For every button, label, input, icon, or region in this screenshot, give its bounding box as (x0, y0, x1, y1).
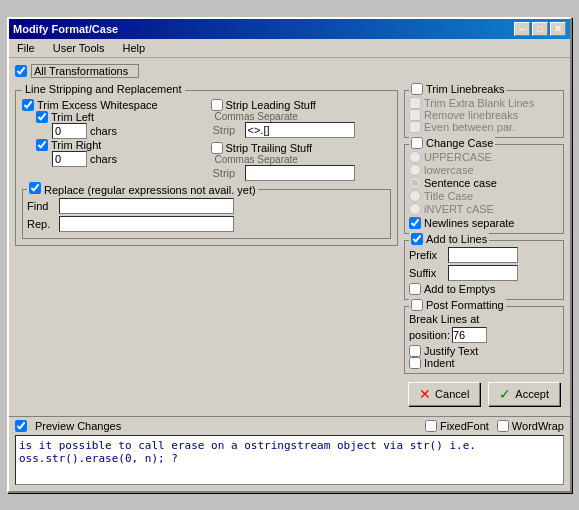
post-fmt-content: Break Lines at position: Justify Text (409, 313, 559, 369)
break-row: Break Lines at (409, 313, 559, 325)
indent-checkbox[interactable] (409, 357, 421, 369)
trim-left-checkbox[interactable] (36, 111, 48, 123)
title-bar-buttons: ─ □ ✕ (514, 22, 566, 36)
radio-sentence-input[interactable] (409, 177, 421, 189)
trim-left-row: Trim Left (36, 111, 203, 123)
newlines-sep-label: Newlines separate (424, 217, 515, 229)
radio-uppercase-input[interactable] (409, 151, 421, 163)
radio-lowercase-input[interactable] (409, 164, 421, 176)
menu-user-tools[interactable]: User Tools (49, 41, 109, 55)
fixed-font-section: FixedFont (425, 420, 489, 432)
close-button[interactable]: ✕ (550, 22, 566, 36)
fixed-font-label: FixedFont (440, 420, 489, 432)
newlines-sep-checkbox[interactable] (409, 217, 421, 229)
accept-button[interactable]: ✓ Accept (488, 382, 560, 406)
post-formatting-panel: Post Formatting Break Lines at position: (404, 306, 564, 374)
suffix-input[interactable] (448, 265, 518, 281)
trim-excess-checkbox[interactable] (22, 99, 34, 111)
rep-label: Rep. (27, 218, 55, 230)
remove-lb-row: Remove linebreaks (409, 109, 559, 121)
post-fmt-checkbox[interactable] (411, 299, 423, 311)
rep-input[interactable] (59, 216, 234, 232)
trim-left-label: Trim Left (51, 111, 94, 123)
trim-right-checkbox[interactable] (36, 139, 48, 151)
all-transformations-checkbox[interactable] (15, 65, 27, 77)
justify-label: Justify Text (424, 345, 478, 357)
trim-left-input[interactable] (52, 123, 87, 139)
indent-row: Indent (409, 357, 559, 369)
trim-excess-label: Trim Excess Whitespace (37, 99, 158, 111)
bottom-buttons: ✕ Cancel ✓ Accept (15, 382, 564, 406)
replace-label: Replace (regular expressions not avail. … (44, 184, 256, 196)
trim-lb-options: Trim Extra Blank Lines Remove linebreaks… (409, 97, 559, 133)
radio-sentence-label: Sentence case (424, 177, 497, 189)
extra-blank-label: Trim Extra Blank Lines (424, 97, 534, 109)
preview-text-area: is it possible to call erase on a ostrin… (15, 435, 564, 485)
replace-checkbox[interactable] (29, 182, 41, 194)
preview-checkbox[interactable] (15, 420, 27, 432)
prefix-row: Prefix (409, 247, 559, 263)
minimize-button[interactable]: ─ (514, 22, 530, 36)
add-lines-label: Add to Lines (426, 233, 487, 245)
trim-right-row: Trim Right (36, 139, 203, 151)
all-transformations-row: All Transformations (15, 64, 564, 78)
position-input[interactable] (452, 327, 487, 343)
suffix-label: Suffix (409, 267, 444, 279)
strip-trailing-checkbox[interactable] (211, 142, 223, 154)
strip-row1: Strip (213, 122, 392, 138)
even-between-checkbox[interactable] (409, 121, 421, 133)
maximize-button[interactable]: □ (532, 22, 548, 36)
main-window: Modify Format/Case ─ □ ✕ File User Tools… (7, 17, 572, 493)
change-case-options: UPPERCASE lowercase Sentence case T (409, 151, 559, 229)
extra-blank-checkbox[interactable] (409, 97, 421, 109)
trim-lb-checkbox[interactable] (411, 83, 423, 95)
post-fmt-title: Post Formatting (409, 299, 506, 311)
word-wrap-checkbox[interactable] (497, 420, 509, 432)
radio-invert-label: iNVERT cASE (424, 203, 494, 215)
find-input[interactable] (59, 198, 234, 214)
radio-sentence: Sentence case (409, 177, 559, 189)
radio-lowercase: lowercase (409, 164, 559, 176)
trim-right-input[interactable] (52, 151, 87, 167)
accept-icon: ✓ (499, 386, 511, 402)
radio-title-label: Title Case (424, 190, 473, 202)
strip-input1[interactable] (245, 122, 355, 138)
add-lines-content: Prefix Suffix Add to Emptys (409, 247, 559, 295)
preview-text: is it possible to call erase on a ostrin… (19, 439, 476, 465)
commas-sep2-label: Commas Separate (215, 154, 392, 165)
justify-checkbox[interactable] (409, 345, 421, 357)
even-between-row: Even between par. (409, 121, 559, 133)
replace-section: Replace (regular expressions not avail. … (22, 189, 391, 239)
add-emptys-checkbox[interactable] (409, 283, 421, 295)
change-case-checkbox[interactable] (411, 137, 423, 149)
justify-row: Justify Text (409, 345, 559, 357)
trim-right-chars: chars (90, 153, 117, 165)
trim-linebreaks-panel: Trim Linebreaks Trim Extra Blank Lines R… (404, 90, 564, 138)
strip-input2[interactable] (245, 165, 355, 181)
position-row: position: (409, 327, 559, 343)
fixed-font-checkbox[interactable] (425, 420, 437, 432)
suffix-row: Suffix (409, 265, 559, 281)
even-between-label: Even between par. (424, 121, 515, 133)
left-panel: Line Stripping and Replacement Trim Exce… (15, 82, 398, 374)
replace-title: Replace (regular expressions not avail. … (27, 182, 258, 196)
menu-file[interactable]: File (13, 41, 39, 55)
rep-row: Rep. (27, 216, 386, 232)
radio-title-input[interactable] (409, 190, 421, 202)
main-content: All Transformations Line Stripping and R… (9, 58, 570, 412)
title-bar: Modify Format/Case ─ □ ✕ (9, 19, 570, 39)
radio-uppercase-label: UPPERCASE (424, 151, 492, 163)
radio-invert: iNVERT cASE (409, 203, 559, 215)
cancel-button[interactable]: ✕ Cancel (408, 382, 480, 406)
prefix-input[interactable] (448, 247, 518, 263)
add-lines-checkbox[interactable] (411, 233, 423, 245)
menu-help[interactable]: Help (119, 41, 150, 55)
position-label: position: (409, 329, 450, 341)
remove-lb-checkbox[interactable] (409, 109, 421, 121)
radio-uppercase: UPPERCASE (409, 151, 559, 163)
strip-label1: Strip (213, 124, 241, 136)
preview-label: Preview Changes (35, 420, 121, 432)
radio-invert-input[interactable] (409, 203, 421, 215)
window-title: Modify Format/Case (13, 23, 118, 35)
strip-leading-checkbox[interactable] (211, 99, 223, 111)
